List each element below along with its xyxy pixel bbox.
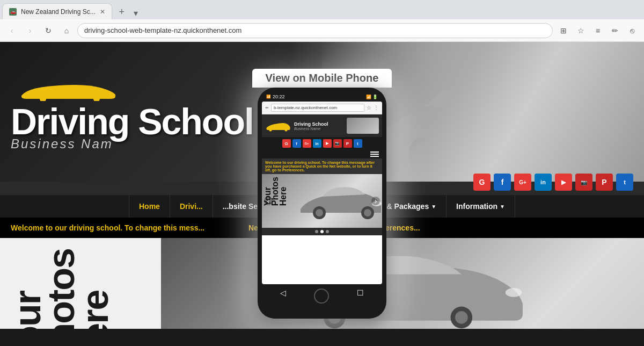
- phone-welcome-text: Welcome to our driving school. To change…: [262, 158, 382, 174]
- tab-list-button[interactable]: ▾: [129, 6, 142, 19]
- svg-point-16: [316, 209, 323, 217]
- nav-driving[interactable]: Drivi...: [170, 195, 213, 218]
- phone-prev-arrow[interactable]: ‹: [264, 197, 273, 205]
- phone-dot-3[interactable]: [326, 230, 329, 233]
- phone-square-btn[interactable]: ☐: [357, 289, 364, 304]
- prices-dropdown-icon: ▼: [431, 204, 436, 210]
- svg-point-2: [414, 142, 434, 162]
- social-googleplus[interactable]: G+: [514, 174, 531, 191]
- address-input[interactable]: [77, 23, 553, 38]
- logo-car-icon: [11, 80, 129, 101]
- social-twitter[interactable]: t: [616, 174, 633, 191]
- social-instagram[interactable]: 📷: [575, 174, 592, 191]
- home-button[interactable]: ⌂: [59, 23, 74, 38]
- car-image-bottom: [161, 238, 644, 329]
- tab-view-icon[interactable]: ⊞: [556, 23, 571, 38]
- phone-social-instagram[interactable]: 📷: [333, 139, 342, 148]
- phone-status-bar: 📶 20:22 📶 🔋: [262, 94, 382, 102]
- tab-bar: 🚗 New Zealand Driving Sc... ✕ + ▾: [0, 0, 644, 19]
- phone-frame: 📶 20:22 📶 🔋 ⬅ b-template-nz.quickonthene…: [258, 88, 386, 319]
- phone-social-gplus[interactable]: G+: [303, 139, 311, 148]
- phone-social-maps[interactable]: G: [282, 139, 291, 148]
- phone-logo-icon: [265, 118, 292, 134]
- hamburger-line-3: [370, 156, 379, 157]
- phone-social-linkedin[interactable]: in: [313, 139, 321, 148]
- social-pinterest[interactable]: P: [596, 174, 613, 191]
- svg-point-12: [506, 288, 522, 297]
- phone-address-bar: ⬅ b-template-nz.quickonthenet.com ☆ ⋮: [262, 102, 382, 114]
- nav-home[interactable]: Home: [129, 195, 170, 218]
- tab-favicon: 🚗: [9, 8, 17, 16]
- website-content: Driving School Business Nam G f G+ in ▶ …: [0, 42, 644, 329]
- phone-social-youtube[interactable]: ▶: [323, 139, 332, 148]
- phone-time: 📶 20:22: [266, 94, 285, 99]
- svg-point-4: [559, 142, 579, 162]
- phone-car-image: YourPhotosHere ‹ ›: [262, 174, 382, 228]
- bottom-car-image: [161, 238, 644, 329]
- back-button[interactable]: ‹: [4, 23, 19, 38]
- social-linkedin[interactable]: in: [535, 174, 552, 191]
- mobile-phone-overlay: View on Mobile Phone 📶 20:22 📶 🔋 ⬅ b-tem…: [252, 69, 392, 319]
- tab-title: New Zealand Driving Sc...: [21, 8, 96, 16]
- svg-point-3: [554, 137, 584, 167]
- share-icon[interactable]: ⎋: [625, 23, 640, 38]
- phone-car-svg: [278, 174, 382, 228]
- phone-social-twitter[interactable]: t: [354, 139, 362, 148]
- phone-social-pinterest[interactable]: P: [343, 139, 352, 148]
- social-googlemaps[interactable]: G: [473, 174, 491, 191]
- svg-point-13: [269, 129, 272, 132]
- svg-point-1: [409, 137, 439, 167]
- hamburger-button[interactable]: [370, 152, 379, 157]
- phone-hamburger-area: [262, 150, 382, 158]
- address-bar: ‹ › ↻ ⌂ ⊞ ☆ ≡ ✏ ⎋: [0, 19, 644, 42]
- logo-area: Driving School Business Nam: [11, 80, 253, 152]
- phone-logo-text: Driving School: [294, 121, 328, 127]
- phone-screen: ⬅ b-template-nz.quickonthenet.com ☆ ⋮ Dr…: [262, 102, 382, 284]
- phone-back-btn[interactable]: ◁: [280, 289, 286, 304]
- svg-point-18: [364, 209, 371, 217]
- svg-point-11: [455, 311, 468, 324]
- extension-icon[interactable]: ✏: [608, 23, 623, 38]
- social-youtube[interactable]: ▶: [555, 174, 572, 191]
- phone-site-header: Driving School Business Name: [262, 114, 382, 137]
- svg-point-0: [370, 117, 628, 160]
- social-icons-bar: G f G+ in ▶ 📷 P t: [473, 174, 633, 191]
- hamburger-line-2: [370, 154, 379, 155]
- tab-close-button[interactable]: ✕: [100, 8, 105, 16]
- reload-button[interactable]: ↻: [41, 23, 56, 38]
- phone-header-car: [347, 118, 379, 134]
- phone-icons: 📶 🔋: [366, 95, 378, 99]
- svg-point-5: [601, 121, 623, 134]
- phone-social-row: G f G+ in ▶ 📷 P t: [262, 137, 382, 150]
- bookmark-icon[interactable]: ☆: [573, 23, 588, 38]
- nav-information[interactable]: Information ▼: [447, 195, 515, 218]
- photos-text: YourPhotosHere: [11, 249, 112, 329]
- info-dropdown-icon: ▼: [500, 204, 505, 210]
- phone-dot-1[interactable]: [315, 230, 318, 233]
- phone-home-btn[interactable]: [314, 289, 329, 304]
- social-facebook[interactable]: f: [494, 174, 511, 191]
- phone-address-input[interactable]: b-template-nz.quickonthenet.com: [271, 104, 364, 112]
- phone-dots: [262, 228, 382, 235]
- phone-next-arrow[interactable]: ›: [371, 197, 380, 205]
- menu-icon[interactable]: ≡: [590, 23, 605, 38]
- active-tab[interactable]: 🚗 New Zealand Driving Sc... ✕: [2, 3, 112, 19]
- phone-logo-sub: Business Name: [294, 127, 328, 131]
- svg-point-14: [285, 129, 288, 132]
- new-tab-button[interactable]: +: [114, 4, 129, 19]
- toolbar-icons: ⊞ ☆ ≡ ✏ ⎋: [556, 23, 640, 38]
- hamburger-line-1: [370, 152, 379, 153]
- phone-bookmark-icon[interactable]: ☆: [367, 105, 371, 111]
- mobile-popup-title: View on Mobile Phone: [252, 69, 392, 88]
- phone-menu-icon[interactable]: ⋮: [374, 105, 379, 111]
- forward-button[interactable]: ›: [23, 23, 38, 38]
- logo-title: Driving School: [11, 103, 253, 140]
- phone-nav-buttons: ◁ ☐: [262, 284, 382, 308]
- phone-social-facebook[interactable]: f: [292, 139, 301, 148]
- phone-dot-2[interactable]: [320, 230, 324, 233]
